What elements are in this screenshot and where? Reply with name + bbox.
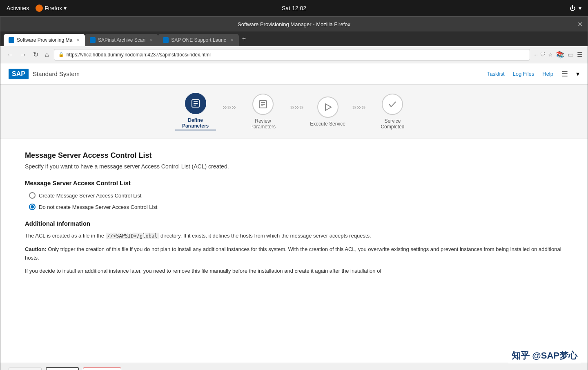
browser-titlebar: Software Provisioning Manager - Mozilla … (0, 17, 588, 31)
arrow1: »»» (223, 102, 236, 112)
tab1-close[interactable]: ✕ (76, 38, 80, 43)
step1-circle (185, 93, 206, 114)
sidebar-icon[interactable]: ▭ (568, 51, 574, 58)
arrow3: »»» (352, 102, 365, 112)
firefox-label: Firefox (45, 5, 62, 11)
tab3-close[interactable]: ✕ (230, 38, 234, 43)
tab1-label: Software Provisioning Ma (17, 37, 72, 43)
next-button[interactable]: Next (46, 367, 79, 370)
sap-app-title: Standard System (33, 70, 80, 77)
power-icon[interactable]: ⏻ (570, 5, 575, 11)
firefox-dropdown-icon: ▾ (64, 5, 67, 11)
main-content: Message Server Access Control List Speci… (0, 139, 588, 363)
nav-tasklist[interactable]: Tasklist (487, 71, 505, 77)
library-icon[interactable]: 📚 (556, 51, 564, 58)
browser-menu-icon[interactable]: ☰ (577, 51, 583, 58)
firefox-icon (36, 4, 43, 12)
truncated-paragraph: If you decide to install an additional i… (25, 267, 563, 276)
bookmark-icon[interactable]: ☆ (548, 52, 553, 58)
browser-tab-3[interactable]: SAP ONE Support Launc ✕ (158, 34, 239, 46)
step4-label: Service Completed (372, 118, 413, 130)
step-service-completed[interactable]: Service Completed (372, 94, 413, 130)
step1-label: Define Parameters (175, 117, 216, 130)
back-button[interactable]: Back (9, 368, 42, 370)
sap-logo: SAP Standard System (9, 69, 80, 79)
radio-create-circle (29, 192, 36, 199)
radio-group: Create Message Server Access Control Lis… (29, 192, 563, 210)
step-review-parameters[interactable]: Review Parameters (243, 94, 283, 130)
radio-donotcreate-label: Do not create Message Server Access Cont… (39, 204, 157, 210)
tab3-label: SAP ONE Support Launc (171, 37, 226, 43)
refresh-button[interactable]: ↻ (31, 49, 40, 60)
sap-menu-dropdown-icon[interactable]: ▾ (576, 70, 579, 78)
more-icon[interactable]: ··· (533, 52, 538, 58)
code-path: //<SAPSID>/global (106, 233, 159, 239)
activities-label[interactable]: Activities (7, 5, 29, 11)
tab2-close[interactable]: ✕ (149, 38, 153, 43)
radio-create-label: Create Message Server Access Control Lis… (39, 193, 141, 199)
lock-icon: 🔒 (58, 52, 64, 57)
radio-do-not-create[interactable]: Do not create Message Server Access Cont… (29, 204, 563, 210)
section-title: Message Server Access Control List (25, 151, 563, 160)
os-topbar-right: ⏻ ▾ (570, 5, 581, 11)
additional-title: Additional Information (25, 220, 563, 227)
caution-label: Caution: (25, 246, 47, 252)
address-text: https://vhcalhdbdb.dummy.nodomain:4237/s… (67, 52, 526, 58)
watermark: 知乎 @SAP梦心 (508, 348, 581, 363)
bottom-bar: Back Next Cancel (0, 363, 588, 370)
nav-logfiles[interactable]: Log Files (513, 71, 535, 77)
step-execute-service[interactable]: Execute Service (310, 96, 345, 127)
arrow2: »»» (290, 102, 303, 112)
info-paragraph: The ACL is created as a file in the //<S… (25, 232, 563, 240)
tab2-favicon (90, 37, 96, 43)
nav-help[interactable]: Help (542, 71, 553, 77)
new-tab-button[interactable]: + (239, 35, 249, 43)
step-define-parameters[interactable]: Define Parameters (175, 93, 216, 130)
tab3-favicon (163, 37, 169, 43)
browser-tabs: Software Provisioning Ma ✕ SAPinst Archi… (0, 31, 588, 46)
radio-create[interactable]: Create Message Server Access Control Lis… (29, 192, 563, 199)
topbar-dropdown-icon[interactable]: ▾ (579, 5, 581, 11)
sap-appbar: SAP Standard System Tasklist Log Files H… (0, 63, 588, 85)
sap-menu-icon[interactable]: ☰ (561, 70, 568, 78)
subsection-title: Message Server Access Control List (25, 179, 563, 186)
svg-marker-8 (325, 104, 331, 110)
tab1-favicon (9, 37, 14, 43)
os-topbar: Activities Firefox ▾ Sat 12:02 ⏻ ▾ (0, 0, 588, 16)
browser-tab-1[interactable]: Software Provisioning Ma ✕ (4, 34, 85, 46)
address-icons: ··· 🛡 ☆ (533, 52, 553, 58)
sap-nav: Tasklist Log Files Help ☰ ▾ (487, 70, 579, 78)
subsection-acl: Message Server Access Control List Creat… (25, 179, 563, 210)
browser-tab-2[interactable]: SAPinst Archive Scan ✕ (85, 34, 158, 46)
step3-label: Execute Service (310, 121, 345, 127)
back-button[interactable]: ← (5, 49, 15, 60)
additional-info: Additional Information The ACL is create… (25, 220, 563, 276)
progress-bar: Define Parameters »»» Review Parameters … (0, 85, 588, 139)
browser-title: Software Provisioning Manager - Mozilla … (238, 21, 350, 27)
shield-icon[interactable]: 🛡 (540, 52, 546, 58)
radio-donotcreate-circle (29, 204, 36, 210)
step3-circle (317, 96, 339, 118)
step2-circle (252, 94, 274, 115)
caution-paragraph: Caution: Only trigger the creation of th… (25, 245, 563, 262)
address-box[interactable]: 🔒 https://vhcalhdbdb.dummy.nodomain:4237… (54, 49, 530, 61)
forward-button[interactable]: → (18, 49, 28, 60)
section-desc: Specify if you want to have a message se… (25, 163, 563, 170)
step2-label: Review Parameters (243, 118, 283, 130)
os-clock: Sat 12:02 (282, 5, 306, 11)
browser-toolbar-right: 📚 ▭ ☰ (556, 51, 583, 58)
browser-addressbar: ← → ↻ ⌂ 🔒 https://vhcalhdbdb.dummy.nodom… (0, 46, 588, 63)
browser-window: Software Provisioning Manager - Mozilla … (0, 16, 588, 370)
os-topbar-left: Activities Firefox ▾ (7, 4, 67, 12)
step4-circle (382, 94, 403, 115)
firefox-menu[interactable]: Firefox ▾ (36, 4, 67, 12)
home-button[interactable]: ⌂ (43, 49, 51, 60)
cancel-button[interactable]: Cancel (83, 368, 121, 370)
tab2-label: SAPinst Archive Scan (98, 37, 145, 43)
sap-logo-box: SAP (9, 69, 29, 79)
browser-close-button[interactable]: ✕ (577, 20, 583, 28)
